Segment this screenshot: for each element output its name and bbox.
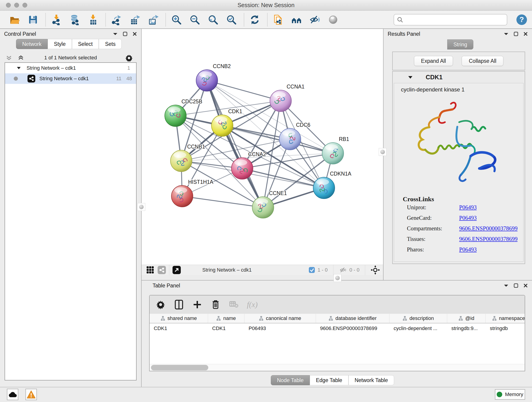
- help-button[interactable]: ?: [516, 14, 527, 26]
- delete-table-button[interactable]: [229, 300, 239, 310]
- float-panel-icon[interactable]: [123, 32, 127, 36]
- node-HIST1H1A[interactable]: HIST1H1A: [171, 179, 214, 207]
- apply-layout-button[interactable]: [249, 14, 261, 26]
- table-row[interactable]: CDK1CDK1P064939606.ENSP00000378699cyclin…: [150, 323, 525, 333]
- close-window-button[interactable]: [6, 3, 11, 7]
- zoom-fit-button[interactable]: [207, 14, 219, 26]
- network-row[interactable]: String Network – cdk1 11 48: [5, 73, 136, 84]
- home-button[interactable]: [291, 14, 302, 26]
- tab-sets[interactable]: Sets: [99, 39, 122, 49]
- scrollbar-thumb[interactable]: [151, 365, 208, 370]
- close-panel-icon[interactable]: [523, 32, 528, 36]
- horizontal-scrollbar[interactable]: [150, 364, 525, 371]
- right-splitter-handle[interactable]: [379, 148, 386, 156]
- collapse-all-icon[interactable]: [6, 55, 12, 61]
- import-network-database-button[interactable]: [69, 14, 81, 26]
- float-panel-icon[interactable]: [514, 32, 518, 36]
- memory-button[interactable]: Memory: [495, 389, 525, 400]
- expand-all-button[interactable]: Expand All: [414, 56, 453, 66]
- node-CDK1[interactable]: CDK1: [211, 108, 242, 136]
- column-header-database-identifier[interactable]: database identifier: [316, 314, 389, 323]
- edge-CCNA2-CDKN1A[interactable]: [242, 168, 324, 188]
- table-cell[interactable]: cyclin-dependent ...: [389, 325, 447, 332]
- open-session-button[interactable]: [9, 14, 21, 26]
- node-CCNB2[interactable]: CCNB2: [196, 63, 231, 91]
- collapse-entry-icon[interactable]: [408, 76, 413, 79]
- edge-CCNB2-CCNE1[interactable]: [207, 80, 263, 207]
- tab-network-table[interactable]: Network Table: [348, 375, 394, 385]
- column-header-canonical-name[interactable]: canonical name: [244, 314, 316, 323]
- export-image-button[interactable]: [147, 14, 159, 26]
- crosslink-link[interactable]: P06493: [459, 246, 476, 253]
- tab-string[interactable]: String: [447, 39, 473, 50]
- column-header-name[interactable]: name: [208, 314, 244, 323]
- detach-view-button[interactable]: [172, 266, 181, 274]
- save-session-button[interactable]: [27, 14, 39, 26]
- table-cell[interactable]: CDK1: [208, 325, 244, 332]
- table-cell[interactable]: CDK1: [150, 325, 208, 332]
- fit-content-crosshair-icon[interactable]: [371, 265, 380, 274]
- table-cell[interactable]: P06493: [244, 325, 316, 332]
- close-panel-icon[interactable]: [523, 283, 528, 288]
- grid-view-button[interactable]: [146, 266, 154, 274]
- delete-column-button[interactable]: [210, 300, 221, 310]
- export-network-file-button[interactable]: [110, 14, 122, 26]
- show-columns-button[interactable]: [174, 300, 184, 310]
- crosslink-link[interactable]: P06493: [459, 204, 476, 211]
- column-header-@id[interactable]: @id: [447, 314, 486, 323]
- show-graphics-button[interactable]: [327, 14, 339, 26]
- export-table-button[interactable]: [129, 14, 141, 26]
- tab-style[interactable]: Style: [48, 39, 72, 49]
- network-canvas[interactable]: CCNB2CCNA1CDC25BCDK1CDC6RB1CCNB1CCNA2CDK…: [142, 29, 383, 265]
- node-CDKN1A[interactable]: CDKN1A: [313, 171, 351, 199]
- import-table-button[interactable]: [87, 14, 99, 26]
- node-CDC6[interactable]: CDC6: [279, 122, 310, 150]
- node-CCNB1[interactable]: CCNB1: [171, 144, 205, 172]
- zoom-out-button[interactable]: [189, 14, 201, 26]
- import-network-file-button[interactable]: [51, 14, 62, 26]
- node-CCNA1[interactable]: CCNA1: [270, 84, 304, 112]
- table-cell[interactable]: 9606.ENSP00000378699: [316, 325, 389, 332]
- network-overview-button[interactable]: [158, 266, 166, 274]
- panel-menu-icon[interactable]: [504, 32, 509, 36]
- column-header-description[interactable]: description: [389, 314, 447, 323]
- string-network-graph[interactable]: CCNB2CCNA1CDC25BCDK1CDC6RB1CCNB1CCNA2CDK…: [142, 29, 383, 265]
- minimize-window-button[interactable]: [14, 3, 19, 7]
- edge-HIST1H1A-CCNE1[interactable]: [182, 196, 263, 207]
- left-splitter-handle[interactable]: [138, 203, 145, 211]
- crosslink-link[interactable]: 9606.ENSP00000378699: [459, 236, 518, 242]
- network-options-gear-icon[interactable]: [125, 54, 133, 62]
- tab-node-table[interactable]: Node Table: [271, 375, 310, 385]
- column-header-shared-name[interactable]: shared name: [150, 314, 208, 323]
- column-header-namespace[interactable]: namespace: [486, 314, 525, 323]
- table-cell[interactable]: stringdb: [486, 325, 525, 332]
- table-cell[interactable]: stringdb:9...: [447, 325, 486, 332]
- collapse-all-button[interactable]: Collapse All: [462, 56, 503, 66]
- bottom-splitter-handle[interactable]: [334, 274, 341, 282]
- table-settings-button[interactable]: [156, 300, 166, 310]
- hide-selected-button[interactable]: [309, 14, 321, 26]
- network-collection-row[interactable]: String Network – cdk1 1: [5, 63, 136, 73]
- search-input[interactable]: [403, 17, 500, 23]
- crosslink-link[interactable]: 9606.ENSP00000378699: [459, 225, 518, 232]
- maximize-window-button[interactable]: [22, 3, 27, 7]
- expand-all-icon[interactable]: [18, 55, 24, 61]
- zoom-selected-button[interactable]: [225, 14, 237, 26]
- tab-select[interactable]: Select: [72, 39, 99, 49]
- zoom-in-button[interactable]: [171, 14, 182, 26]
- node-RB1[interactable]: RB1: [322, 136, 349, 164]
- network-from-selection-button[interactable]: [272, 14, 284, 26]
- crosslink-link[interactable]: P06493: [459, 215, 476, 221]
- panel-menu-icon[interactable]: [504, 284, 509, 287]
- tab-edge-table[interactable]: Edge Table: [310, 375, 348, 385]
- warnings-button[interactable]: [25, 389, 37, 400]
- close-panel-icon[interactable]: [133, 32, 137, 36]
- collection-expand-icon[interactable]: [17, 66, 21, 70]
- float-panel-icon[interactable]: [514, 283, 518, 288]
- panel-menu-icon[interactable]: [113, 32, 118, 36]
- selected-checkbox-icon[interactable]: [308, 267, 315, 274]
- create-column-button[interactable]: [192, 300, 202, 310]
- tab-network[interactable]: Network: [16, 39, 48, 49]
- function-builder-button[interactable]: f(x): [247, 300, 257, 310]
- cloud-status-button[interactable]: [7, 389, 18, 400]
